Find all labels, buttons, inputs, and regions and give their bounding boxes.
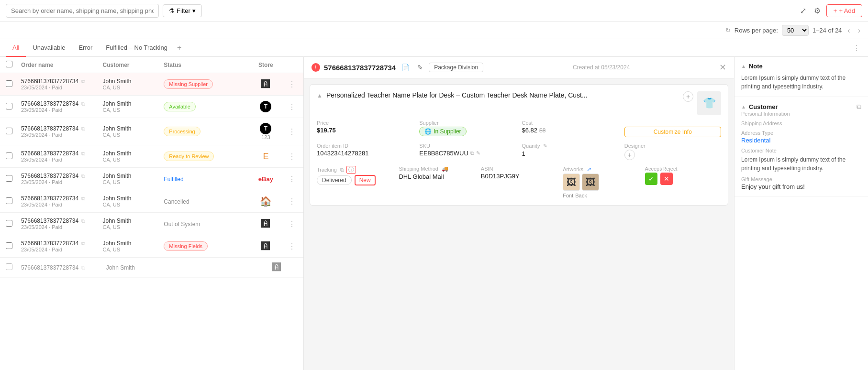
status-badge: Ready to Review — [164, 152, 214, 161]
tab-more-button[interactable]: ⋮ — [851, 44, 862, 53]
row-checkbox[interactable] — [6, 175, 12, 182]
tracking-new-badge: New — [355, 175, 376, 185]
order-id: 576668137837728734 ⧉ — [21, 240, 102, 247]
table-row[interactable]: 576668137837728734 ⧉ 23/05/2024 · Paid J… — [0, 213, 303, 235]
table-row[interactable]: 576668137837728734 ⧉ 23/05/2024 · Paid J… — [0, 118, 303, 145]
table-row[interactable]: 576668137837728734 ⧉ 23/05/2024 · Paid J… — [0, 145, 303, 168]
artwork-thumb-2[interactable]: 🖼 — [582, 174, 599, 191]
collapse-icon[interactable]: ▲ — [741, 64, 746, 69]
supplier-label: Supplier — [419, 120, 516, 126]
copy-icon[interactable]: ⧉ — [81, 101, 85, 107]
order-id: 576668137837728734 ⧉ — [21, 100, 102, 107]
close-button[interactable]: ✕ — [719, 62, 726, 73]
add-product-button[interactable]: + — [683, 91, 693, 102]
cost-label: Cost — [522, 120, 619, 126]
plus-icon: + — [834, 7, 837, 14]
personal-info-label: Personal Information — [741, 111, 861, 117]
select-all-checkbox[interactable] — [6, 61, 12, 67]
row-more-button[interactable]: ⋮ — [286, 219, 298, 229]
tracking-info-icon[interactable]: ⓘ — [346, 166, 356, 174]
tab-unavailable[interactable]: Unavailable — [26, 39, 72, 57]
expand-icon[interactable]: ⤢ — [798, 4, 808, 17]
copy-icon[interactable]: ⧉ — [81, 126, 85, 131]
add-designer-button[interactable]: + — [624, 150, 635, 160]
supplier-value: In Supplier — [434, 128, 461, 135]
cost-value: $6.82$8 — [522, 127, 619, 134]
row-checkbox[interactable] — [6, 80, 12, 87]
edit-qty-icon[interactable]: ✎ — [543, 143, 547, 149]
document-icon[interactable]: 📄 — [400, 62, 412, 73]
row-more-button[interactable]: ⋮ — [286, 242, 298, 251]
settings-icon[interactable]: ⚙ — [812, 4, 823, 17]
copy-tracking-icon[interactable]: ⧉ — [340, 167, 344, 173]
copy-customer-icon[interactable]: ⧉ — [857, 103, 861, 111]
status-badge: Cancelled — [164, 198, 189, 205]
row-more-button[interactable]: ⋮ — [286, 80, 298, 89]
price-label: Price — [317, 120, 413, 126]
copy-icon[interactable]: ⧉ — [81, 151, 85, 156]
tab-error[interactable]: Error — [72, 39, 99, 57]
row-checkbox[interactable] — [6, 242, 12, 249]
table-row[interactable]: 576668137837728734 ⧉ John Smith 🅰 — [0, 258, 303, 278]
customer-location: CA, US — [102, 179, 164, 185]
copy-icon[interactable]: ⧉ — [81, 218, 85, 224]
rows-per-page-select[interactable]: 50 100 200 — [782, 25, 809, 36]
copy-icon[interactable]: ⧉ — [81, 196, 85, 201]
copy-icon[interactable]: ⧉ — [81, 265, 85, 271]
sku-field: SKU EE8B8C785WUU ⧉ ✎ — [419, 143, 516, 160]
accept-button[interactable]: ✓ — [645, 173, 657, 185]
customer-location: CA, US — [102, 132, 164, 138]
note-section-header: ▲ Note — [741, 63, 861, 70]
designer-field: Designer + — [624, 143, 721, 160]
collapse-icon[interactable]: ▲ — [741, 104, 746, 109]
row-more-button[interactable]: ⋮ — [286, 127, 298, 136]
reject-button[interactable]: ✕ — [660, 173, 673, 185]
row-more-button[interactable]: ⋮ — [286, 197, 298, 206]
truck-icon: 🚚 — [442, 166, 448, 172]
next-page-button[interactable]: › — [856, 25, 862, 36]
customize-info-button[interactable]: Customize Info — [624, 127, 721, 137]
row-more-button[interactable]: ⋮ — [286, 174, 298, 184]
row-more-button[interactable]: ⋮ — [286, 152, 298, 161]
table-row[interactable]: 576668137837728734 ⧉ 23/05/2024 · Paid J… — [0, 73, 303, 96]
page-range: 1–24 of 24 — [812, 27, 842, 34]
copy-sku-icon[interactable]: ⧉ — [470, 150, 474, 156]
edit-icon[interactable]: ✎ — [415, 62, 425, 73]
add-button[interactable]: + + Add — [826, 4, 862, 17]
row-checkbox[interactable] — [6, 220, 12, 227]
customer-note-value: Lorem Ipsum is simply dummy text of the … — [741, 155, 861, 173]
copy-icon[interactable]: ⧉ — [81, 173, 85, 179]
artworks-link[interactable]: ↗ — [587, 166, 591, 173]
table-row[interactable]: 576668137837728734 ⧉ 23/05/2024 · Paid J… — [0, 168, 303, 190]
row-checkbox[interactable] — [6, 152, 12, 159]
order-id: 576668137837728734 ⧉ — [21, 125, 102, 132]
row-more-button[interactable]: ⋮ — [286, 102, 298, 111]
copy-icon[interactable]: ⧉ — [81, 240, 85, 246]
customer-location: CA, US — [102, 85, 164, 90]
edit-sku-icon[interactable]: ✎ — [476, 150, 480, 156]
row-checkbox[interactable] — [6, 197, 12, 204]
row-checkbox[interactable] — [6, 103, 12, 109]
prev-page-button[interactable]: ‹ — [846, 25, 852, 36]
filter-button[interactable]: ⚗ Filter ▾ — [163, 4, 202, 17]
detail-order-id: 576668137837728734 — [324, 64, 396, 72]
status-badge: Available — [164, 102, 195, 111]
order-date: 23/05/2024 · Paid — [21, 202, 102, 207]
collapse-icon[interactable]: ▲ — [317, 92, 323, 99]
order-id: 576668137837728734 ⧉ — [21, 218, 102, 224]
tab-add-button[interactable]: + — [174, 40, 184, 56]
tab-all[interactable]: All — [6, 39, 26, 57]
table-row[interactable]: 576668137837728734 ⧉ 23/05/2024 · Paid J… — [0, 235, 303, 258]
refresh-icon[interactable]: ↻ — [725, 27, 731, 34]
order-date: 23/05/2024 · Paid — [21, 107, 102, 113]
table-row[interactable]: 576668137837728734 ⧉ 23/05/2024 · Paid J… — [0, 96, 303, 118]
store-icon: E — [245, 152, 286, 162]
copy-icon[interactable]: ⧉ — [81, 78, 85, 84]
table-row[interactable]: 576668137837728734 ⧉ 23/05/2024 · Paid J… — [0, 190, 303, 213]
order-id: 576668137837728734 ⧉ — [21, 195, 102, 202]
tab-fulfilled-no-tracking[interactable]: Fulfilled – No Tracking — [99, 39, 174, 57]
row-checkbox[interactable] — [6, 128, 12, 134]
row-checkbox[interactable] — [6, 263, 12, 270]
search-input[interactable] — [6, 4, 159, 18]
artwork-thumb-1[interactable]: 🖼 — [563, 174, 580, 191]
